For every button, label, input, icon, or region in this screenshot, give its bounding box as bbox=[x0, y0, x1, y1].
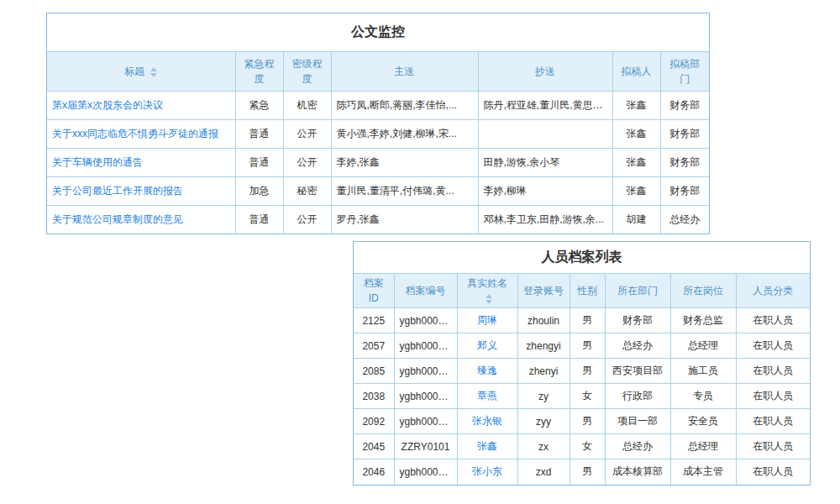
table-row[interactable]: 关于车辆使用的通告 普通 公开 李婷,张鑫 田静,游恢,余小琴 张鑫 财务部 bbox=[47, 148, 709, 176]
table-row[interactable]: 关于规范公司规章制度的意见 普通 公开 罗丹,张鑫 邓林,李卫东,田静,游恢,余… bbox=[47, 205, 709, 234]
doc-title-link[interactable]: 第x届第x次股东会的决议 bbox=[52, 99, 163, 111]
person-name-link[interactable]: 周琳 bbox=[477, 314, 497, 326]
sort-icon[interactable] bbox=[486, 294, 492, 304]
cell-department: 总经办 bbox=[605, 434, 670, 459]
cell-category: 在职人员 bbox=[736, 308, 810, 333]
person-name-link[interactable]: 张小东 bbox=[472, 465, 502, 477]
cell-drafter: 张鑫 bbox=[612, 119, 660, 148]
cell-drafter: 胡建 bbox=[612, 205, 660, 234]
cell-gender: 男 bbox=[570, 308, 605, 333]
table-row[interactable]: 2085 ygbh000111 臻逸 zhenyi 男 西安项目部 施工员 在职… bbox=[354, 359, 810, 384]
cell-draft-dept: 财务部 bbox=[660, 91, 709, 119]
col-header-real-name[interactable]: 真实姓名 bbox=[457, 274, 517, 308]
col-header-login-account: 登录账号 bbox=[517, 274, 570, 308]
cell-department: 行政部 bbox=[605, 384, 670, 409]
cell-cc: 李婷,柳琳 bbox=[478, 176, 612, 205]
cell-department: 财务部 bbox=[605, 308, 670, 333]
cell-gender: 男 bbox=[570, 409, 605, 434]
sort-icon[interactable] bbox=[150, 67, 157, 77]
cell-department: 西安项目部 bbox=[605, 359, 670, 384]
personnel-title: 人员档案列表 bbox=[354, 242, 810, 274]
cell-category: 在职人员 bbox=[736, 333, 810, 359]
col-header-main-send: 主送 bbox=[331, 52, 478, 91]
person-name-link[interactable]: 臻逸 bbox=[477, 365, 497, 376]
table-row[interactable]: 2038 ygbh000038 章燕 zy 女 行政部 专员 在职人员 bbox=[354, 384, 810, 409]
cell-gender: 男 bbox=[570, 459, 605, 485]
personnel-panel: 人员档案列表 档案ID 档案编号 真实姓名 登录账号 性别 所在部门 所在岗位 … bbox=[353, 241, 811, 486]
col-header-cc: 抄送 bbox=[478, 52, 612, 91]
doc-title-link[interactable]: 关于公司最近工作开展的报告 bbox=[52, 185, 183, 197]
cell-secrecy: 公开 bbox=[283, 119, 331, 148]
table-row[interactable]: 2057 ygbh000068 郑义 zhengyi 男 总经办 总经理 在职人… bbox=[354, 333, 810, 359]
cell-archive-id: 2038 bbox=[354, 384, 394, 409]
cell-gender: 女 bbox=[570, 434, 605, 459]
cell-department: 总经办 bbox=[605, 333, 670, 359]
col-header-title[interactable]: 标题 bbox=[47, 52, 235, 91]
cell-cc bbox=[478, 119, 612, 148]
col-header-position: 所在岗位 bbox=[670, 274, 736, 308]
col-header-urgency: 紧急程度 bbox=[235, 52, 283, 91]
table-row[interactable]: 关于公司最近工作开展的报告 加急 秘密 董川民,董清平,付伟璐,黄... 李婷,… bbox=[47, 176, 709, 205]
cell-secrecy: 机密 bbox=[283, 91, 331, 119]
cell-drafter: 张鑫 bbox=[612, 91, 660, 119]
table-row[interactable]: 第x届第x次股东会的决议 紧急 机密 陈巧凤,断郎,蒋丽,李佳怡,... 陈丹,… bbox=[47, 91, 709, 119]
cell-category: 在职人员 bbox=[736, 384, 810, 409]
col-header-gender: 性别 bbox=[570, 274, 605, 308]
cell-login-account: zhoulin bbox=[517, 308, 570, 333]
cell-archive-id: 2057 bbox=[354, 333, 394, 359]
cell-secrecy: 秘密 bbox=[283, 176, 331, 205]
doc-monitor-table: 标题 紧急程度 密级程度 主送 抄送 拟稿人 拟稿部门 第x届第x次股东会的决议… bbox=[47, 52, 709, 234]
cell-draft-dept: 财务部 bbox=[660, 119, 709, 148]
doc-title-link[interactable]: 关于车辆使用的通告 bbox=[52, 156, 143, 168]
col-header-real-name-label: 真实姓名 bbox=[467, 277, 507, 289]
doc-monitor-panel: 公文监控 标题 紧急程度 密级程度 主送 抄送 拟稿人 拟稿部门 第x届第x次股… bbox=[46, 13, 710, 234]
cell-position: 总经理 bbox=[670, 434, 736, 459]
cell-position: 财务总监 bbox=[670, 308, 736, 333]
cell-login-account: zy bbox=[517, 384, 570, 409]
cell-archive-no: ygbh000111 bbox=[394, 359, 457, 384]
cell-archive-no: ZZRY0101 bbox=[394, 434, 457, 459]
cell-position: 施工员 bbox=[670, 359, 736, 384]
table-row[interactable]: 关于xxx同志临危不惧勇斗歹徒的通报 普通 公开 黄小强,李婷,刘健,柳琳,宋.… bbox=[47, 119, 709, 148]
cell-drafter: 张鑫 bbox=[612, 148, 660, 176]
personnel-table: 档案ID 档案编号 真实姓名 登录账号 性别 所在部门 所在岗位 人员分类 21… bbox=[354, 274, 810, 485]
cell-main-send: 李婷,张鑫 bbox=[331, 148, 478, 176]
cell-drafter: 张鑫 bbox=[612, 176, 660, 205]
cell-position: 成本主管 bbox=[670, 459, 736, 485]
doc-title-link[interactable]: 关于规范公司规章制度的意见 bbox=[52, 213, 183, 225]
col-header-archive-id: 档案ID bbox=[354, 274, 394, 308]
person-name-link[interactable]: 张永银 bbox=[472, 415, 502, 427]
cell-archive-no: ygbh000050 bbox=[394, 459, 457, 485]
cell-login-account: zhenyi bbox=[517, 359, 570, 384]
person-name-link[interactable]: 章燕 bbox=[477, 390, 497, 402]
col-header-category: 人员分类 bbox=[736, 274, 810, 308]
cell-cc: 邓林,李卫东,田静,游恢,余... bbox=[478, 205, 612, 234]
person-name-link[interactable]: 郑义 bbox=[477, 339, 497, 351]
table-row[interactable]: 2092 ygbh000104 张永银 zyy 男 项目一部 安全员 在职人员 bbox=[354, 409, 810, 434]
cell-login-account: zhengyi bbox=[517, 333, 570, 359]
person-name-link[interactable]: 张鑫 bbox=[477, 440, 497, 452]
col-header-drafter: 拟稿人 bbox=[612, 52, 660, 91]
cell-main-send: 罗丹,张鑫 bbox=[331, 205, 478, 234]
table-row[interactable]: 2125 ygbh000070 周琳 zhoulin 男 财务部 财务总监 在职… bbox=[354, 308, 810, 333]
cell-urgency: 普通 bbox=[235, 205, 283, 234]
cell-gender: 男 bbox=[570, 333, 605, 359]
cell-main-send: 董川民,董清平,付伟璐,黄... bbox=[331, 176, 478, 205]
cell-main-send: 黄小强,李婷,刘健,柳琳,宋... bbox=[331, 119, 478, 148]
table-row[interactable]: 2046 ygbh000050 张小东 zxd 男 成本核算部 成本主管 在职人… bbox=[354, 459, 810, 485]
cell-draft-dept: 财务部 bbox=[660, 148, 709, 176]
cell-login-account: zxd bbox=[517, 459, 570, 485]
cell-cc: 陈丹,程亚雄,董川民,黄思璐... bbox=[478, 91, 612, 119]
cell-department: 项目一部 bbox=[605, 409, 670, 434]
cell-category: 在职人员 bbox=[736, 434, 810, 459]
cell-gender: 男 bbox=[570, 359, 605, 384]
doc-title-link[interactable]: 关于xxx同志临危不惧勇斗歹徒的通报 bbox=[52, 128, 218, 139]
cell-gender: 女 bbox=[570, 384, 605, 409]
cell-department: 成本核算部 bbox=[605, 459, 670, 485]
cell-archive-no: ygbh000070 bbox=[394, 308, 457, 333]
cell-secrecy: 公开 bbox=[283, 148, 331, 176]
cell-urgency: 普通 bbox=[235, 119, 283, 148]
col-header-secrecy: 密级程度 bbox=[283, 52, 331, 91]
cell-secrecy: 公开 bbox=[283, 205, 331, 234]
table-row[interactable]: 2045 ZZRY0101 张鑫 zx 女 总经办 总经理 在职人员 bbox=[354, 434, 810, 459]
